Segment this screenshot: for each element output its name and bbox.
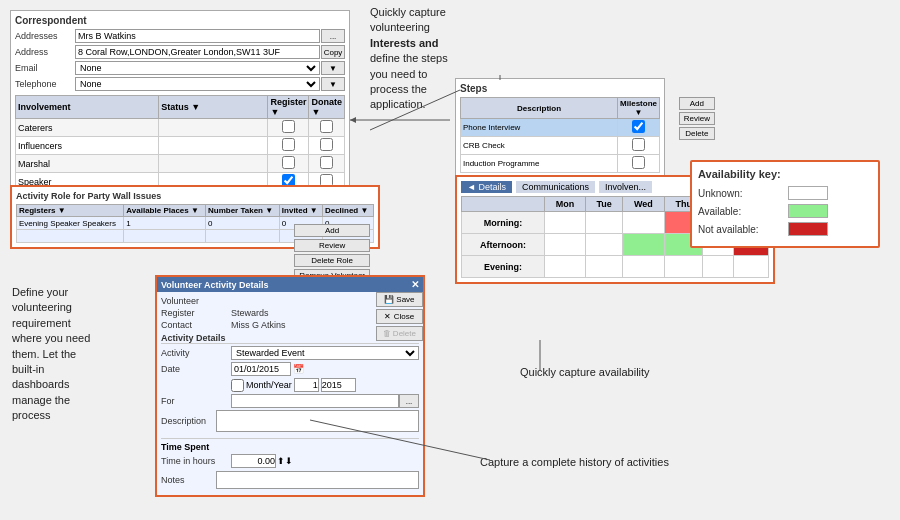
addresses-row: Addresses ... [15,29,345,43]
register-checkbox[interactable] [282,138,295,151]
for-label: For [161,396,231,406]
avail-cell[interactable] [664,256,702,278]
time-hours-input[interactable] [231,454,276,468]
add-button[interactable]: Add [294,224,370,237]
email-select[interactable]: None [75,61,320,75]
col-declined: Declined ▼ [322,205,373,217]
donate-checkbox[interactable] [320,120,333,133]
dialog-close-button[interactable]: ✕ [411,279,419,290]
col-tue: Tue [586,197,623,212]
addresses-input[interactable] [75,29,320,43]
availability-annotation: Quickly capture availability [520,365,650,380]
save-button[interactable]: 💾 Save [376,292,423,307]
month-year-row: Month/Year [161,378,419,392]
steps-delete-button[interactable]: Delete [679,127,715,140]
month-year-text: Month/Year [246,380,292,390]
avail-cell[interactable] [544,212,585,234]
table-row: Evening: [462,256,769,278]
key-title: Availability key: [698,168,872,180]
tab-communications[interactable]: Communications [516,181,595,193]
delete-role-button[interactable]: Delete Role [294,254,370,267]
register-label: Register [161,308,231,318]
steps-add-button[interactable]: Add [679,97,715,110]
col-involvement: Involvement [16,96,159,119]
address-copy-btn[interactable]: Copy [321,45,345,59]
addresses-btn[interactable]: ... [321,29,345,43]
milestone-cell[interactable] [618,155,660,173]
avail-cell[interactable] [734,256,769,278]
availability-key: Availability key: Unknown: Available: No… [690,160,880,248]
for-row: For ... [161,394,419,408]
involvements-table: Involvement Status ▼ Register ▼ Donate ▼… [15,95,345,191]
address-input[interactable] [75,45,320,59]
bottom-left-annotation: Define yourvolunteeringrequirementwhere … [12,285,152,424]
tab-details[interactable]: ◄ Details [461,181,512,193]
register-checkbox[interactable] [282,120,295,133]
not-available-swatch [788,222,828,236]
month-input[interactable] [294,378,319,392]
donate-cell[interactable] [309,137,345,155]
telephone-btn[interactable]: ▼ [321,77,345,91]
for-btn[interactable]: ... [399,394,419,408]
calendar-icon[interactable]: 📅 [293,364,304,374]
register-checkbox[interactable] [282,156,295,169]
col-wed: Wed [622,197,664,212]
date-label: Date [161,364,231,374]
avail-cell[interactable] [544,256,585,278]
notes-label: Notes [161,475,216,485]
table-row: Phone Interview [461,119,660,137]
notes-textarea[interactable] [216,471,419,489]
avail-cell[interactable] [586,234,623,256]
donate-checkbox[interactable] [320,138,333,151]
delete-button[interactable]: 🗑 Delete [376,326,423,341]
avail-cell[interactable] [622,234,664,256]
donate-cell[interactable] [309,155,345,173]
register-cell[interactable] [268,155,309,173]
description-label: Description [161,416,216,426]
close-button[interactable]: ✕ Close [376,309,423,324]
avail-cell[interactable] [703,256,734,278]
col-period [462,197,545,212]
date-row: Date 📅 [161,362,419,376]
steps-review-button[interactable]: Review [679,112,715,125]
key-not-available-row: Not available: [698,222,872,236]
milestone-cell[interactable] [618,119,660,137]
milestone-checkbox[interactable] [632,120,645,133]
activity-select[interactable]: Stewarded Event [231,346,419,360]
description-textarea[interactable] [216,410,419,432]
involvements-section: Involvement Status ▼ Register ▼ Donate ▼… [15,95,345,191]
activity-title: Activity Role for Party Wall Issues [16,191,374,201]
review-button[interactable]: Review [294,239,370,252]
date-input[interactable] [231,362,291,376]
register-cell[interactable] [268,137,309,155]
donate-cell[interactable] [309,119,345,137]
avail-cell[interactable] [544,234,585,256]
avail-cell[interactable] [622,212,664,234]
time-spinner[interactable]: ⬆⬇ [277,456,293,466]
tab-involven[interactable]: Involven... [599,181,652,193]
activity-row: Activity Stewarded Event [161,346,419,360]
avail-cell[interactable] [586,212,623,234]
milestone-cell[interactable] [618,137,660,155]
avail-cell[interactable] [586,256,623,278]
register-cell[interactable] [268,119,309,137]
telephone-select[interactable]: None [75,77,320,91]
donate-checkbox[interactable] [320,156,333,169]
milestone-checkbox[interactable] [632,138,645,151]
activity-panel: Activity Role for Party Wall Issues Regi… [10,185,380,249]
key-available-label: Available: [698,206,788,217]
month-year-checkbox[interactable] [231,379,244,392]
avail-cell[interactable] [622,256,664,278]
description-cell: CRB Check [461,137,618,155]
milestone-checkbox[interactable] [632,156,645,169]
top-annotation: Quickly capturevolunteeringInterests and… [370,5,530,113]
email-label: Email [15,63,75,73]
col-taken: Number Taken ▼ [206,205,280,217]
for-input[interactable] [231,394,399,408]
dialog-titlebar: Volunteer Activity Details ✕ [157,277,423,292]
time-hours-label: Time in hours [161,456,231,466]
activity-label: Activity [161,348,231,358]
annotation-text: Quickly capture availability [520,366,650,378]
email-btn[interactable]: ▼ [321,61,345,75]
year-input[interactable] [321,378,356,392]
